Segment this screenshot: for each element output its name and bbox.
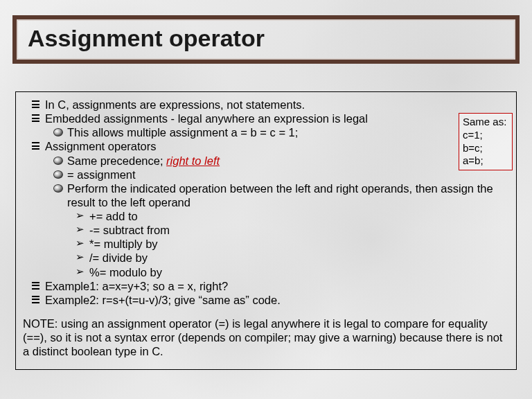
sidebox-line: a=b; xyxy=(463,154,508,168)
bullet-l3: %= modulo by xyxy=(23,265,509,279)
bullet-l1: Embedded assignments - legal anywhere an… xyxy=(23,112,509,125)
bullet-l1: Example2: r=s+(t=u-v)/3; give “same as” … xyxy=(23,293,509,307)
bullet-text: Same precedence; xyxy=(67,154,166,167)
bullet-l1: Assignment operators xyxy=(23,139,509,153)
content-frame: In C, assignments are expressions, not s… xyxy=(15,91,517,370)
sidebox-line: Same as: xyxy=(463,116,508,129)
same-as-callout: Same as: c=1; b=c; a=b; xyxy=(459,113,513,170)
note-text: NOTE: using an assignment operator (=) i… xyxy=(23,317,509,358)
bullet-l3: *= multiply by xyxy=(23,237,509,251)
bullet-l3: += add to xyxy=(23,209,509,223)
bullet-l3: -= subtract from xyxy=(23,223,509,237)
bullet-l1: In C, assignments are expressions, not s… xyxy=(23,98,509,112)
bullet-l3: /= divide by xyxy=(23,251,509,265)
title-inner: Assignment operator xyxy=(17,19,515,52)
bullet-l2: Perform the indicated operation between … xyxy=(23,181,509,209)
slide-title: Assignment operator xyxy=(28,25,504,52)
bullet-l2: Same precedence; right to left xyxy=(23,154,509,168)
title-frame: Assignment operator xyxy=(12,15,520,64)
emphasis-right-to-left: right to left xyxy=(166,154,220,167)
bullet-l2: = assignment xyxy=(23,168,509,181)
bullet-l1: Example1: a=x=y+3; so a = x, right? xyxy=(23,279,509,293)
bullet-l2: This allows multiple assignment a = b = … xyxy=(23,125,509,139)
sidebox-line: b=c; xyxy=(463,142,508,155)
sidebox-line: c=1; xyxy=(463,129,508,142)
